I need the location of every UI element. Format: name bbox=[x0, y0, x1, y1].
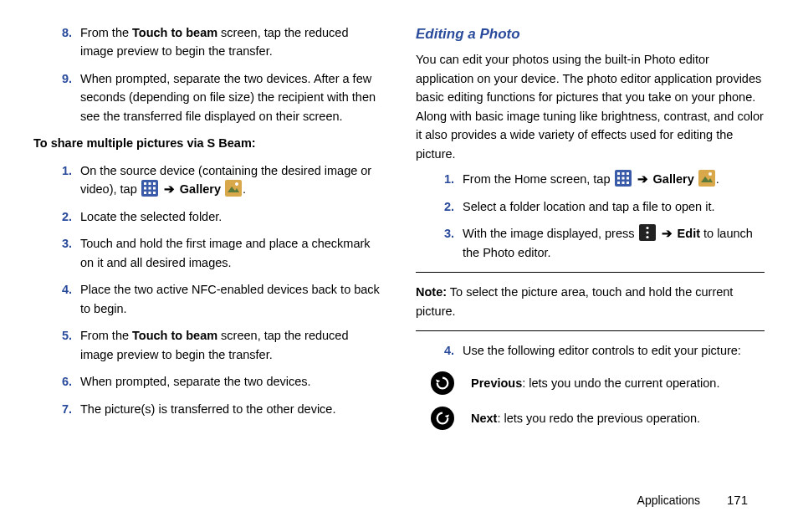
redo-icon bbox=[431, 407, 454, 430]
apps-icon bbox=[615, 170, 632, 187]
list-item: 8.From the Touch to beam screen, tap the… bbox=[57, 23, 382, 61]
note-text: To select the picture area, touch and ho… bbox=[416, 285, 733, 317]
page-footer: Applications 171 bbox=[637, 490, 748, 510]
item-text: Locate the selected folder. bbox=[80, 207, 382, 226]
list-item: 9.When prompted, separate the two device… bbox=[57, 69, 382, 125]
item-text: The picture(s) is transferred to the oth… bbox=[80, 400, 382, 418]
list-item: 4.Place the two active NFC-enabled devic… bbox=[57, 280, 382, 318]
item-number: 7. bbox=[57, 400, 80, 418]
list-item: 7.The picture(s) is transferred to the o… bbox=[57, 400, 382, 418]
list-item: 5.From the Touch to beam screen, tap the… bbox=[57, 326, 382, 364]
list-item: 2.Select a folder location and tap a fil… bbox=[439, 197, 765, 216]
item-number: 2. bbox=[57, 207, 80, 226]
left-column: 8.From the Touch to beam screen, tap the… bbox=[33, 23, 382, 442]
item-number: 3. bbox=[57, 234, 80, 272]
item-text: When prompted, separate the two devices.… bbox=[80, 69, 382, 125]
editor-control-text: Previous: lets you undo the current oper… bbox=[471, 374, 719, 392]
item-number: 8. bbox=[57, 23, 80, 61]
item-text: Use the following editor controls to edi… bbox=[463, 341, 765, 360]
editor-control-row: Previous: lets you undo the current oper… bbox=[431, 371, 765, 395]
item-text: From the Home screen, tap ➔ Gallery . bbox=[463, 170, 765, 188]
item-number: 4. bbox=[439, 341, 463, 360]
undo-icon bbox=[431, 371, 454, 395]
list-item: 2.Locate the selected folder. bbox=[57, 207, 382, 226]
divider bbox=[416, 330, 765, 331]
footer-page-number: 171 bbox=[727, 493, 748, 507]
item-number: 3. bbox=[439, 224, 463, 262]
item-number: 9. bbox=[57, 69, 80, 125]
item-number: 5. bbox=[57, 326, 80, 364]
editor-control-text: Next: lets you redo the previous operati… bbox=[471, 409, 700, 427]
list-item: 3.With the image displayed, press ➔ Edit… bbox=[439, 224, 765, 262]
divider bbox=[416, 272, 765, 273]
item-text: From the Touch to beam screen, tap the r… bbox=[80, 23, 382, 61]
item-text: Touch and hold the first image and place… bbox=[80, 234, 382, 272]
gallery-icon bbox=[225, 180, 242, 197]
item-number: 2. bbox=[439, 197, 463, 216]
right-column: Editing a Photo You can edit your photos… bbox=[416, 23, 765, 442]
footer-section: Applications bbox=[637, 494, 701, 507]
item-number: 6. bbox=[57, 372, 80, 391]
list-item: 1.On the source device (containing the d… bbox=[57, 161, 382, 199]
editor-control-row: Next: lets you redo the previous operati… bbox=[431, 407, 765, 430]
list-item: 3.Touch and hold the first image and pla… bbox=[57, 234, 382, 272]
item-number: 4. bbox=[57, 280, 80, 318]
item-text: On the source device (containing the des… bbox=[80, 161, 382, 199]
list-item: 6.When prompted, separate the two device… bbox=[57, 372, 382, 391]
item-text: With the image displayed, press ➔ Edit t… bbox=[463, 224, 765, 262]
menu-icon bbox=[639, 224, 656, 241]
item-number: 1. bbox=[57, 161, 80, 199]
gallery-icon bbox=[698, 170, 715, 187]
note-label: Note: bbox=[416, 285, 447, 299]
item-number: 1. bbox=[439, 170, 463, 188]
section-title-editing: Editing a Photo bbox=[416, 23, 765, 45]
note-block: Note: To select the picture area, touch … bbox=[416, 283, 765, 320]
subhead-sbeam: To share multiple pictures via S Beam: bbox=[33, 134, 382, 152]
item-text: From the Touch to beam screen, tap the r… bbox=[80, 326, 382, 364]
intro-paragraph: You can edit your photos using the built… bbox=[416, 50, 765, 163]
list-item: 1.From the Home screen, tap ➔ Gallery . bbox=[439, 170, 765, 188]
list-item: 4.Use the following editor controls to e… bbox=[439, 341, 765, 360]
item-text: Place the two active NFC-enabled devices… bbox=[80, 280, 382, 318]
item-text: Select a folder location and tap a file … bbox=[463, 197, 765, 216]
item-text: When prompted, separate the two devices. bbox=[80, 372, 382, 391]
apps-icon bbox=[141, 180, 158, 197]
